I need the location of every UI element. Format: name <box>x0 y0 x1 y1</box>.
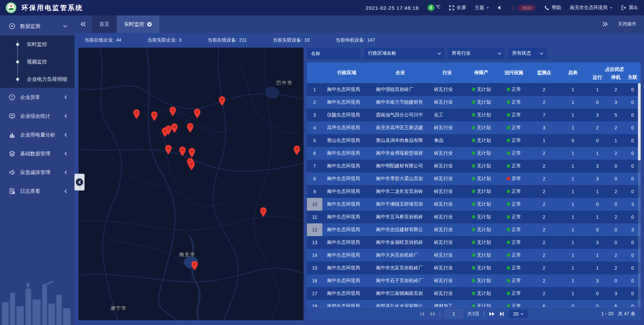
status-filter-select[interactable]: 所有状态 <box>508 48 547 59</box>
stats-icon <box>9 113 15 119</box>
map-pin-icon[interactable] <box>293 145 301 156</box>
cell-pollution-facility: 正常 <box>498 227 530 233</box>
map-pin-icon[interactable] <box>260 207 267 217</box>
user-dropdown[interactable]: 南充市生态环境局▼ <box>570 5 612 11</box>
first-page-button[interactable] <box>420 312 425 316</box>
table-row[interactable]: 11阆中生态环境局阆中市五马桥页岩机砖砖瓦行业无计划正常21120 <box>307 211 641 223</box>
map-pin-icon[interactable] <box>186 123 194 133</box>
status-dot-green <box>507 202 510 206</box>
sidebar-item-2[interactable]: 企业综合统计 <box>0 107 74 125</box>
cell-running: 3 <box>588 163 607 169</box>
sidebar-item-label: 基础数据管理 <box>20 151 50 157</box>
map-collapse-handle[interactable] <box>74 174 85 191</box>
close-operations-button[interactable]: 关闭操作 <box>618 21 637 27</box>
stat-label: 当前停机设备: <box>336 37 365 43</box>
row-index: 1 <box>307 83 322 96</box>
table-row[interactable]: 16阆中生态环境局阆中市石子页岩机砖厂砖瓦行业无计划正常21300 <box>307 274 641 287</box>
table-row[interactable]: 6阆中生态环境局阆中市金博瑞新型墙材砖瓦行业无计划正常21120 <box>307 147 641 160</box>
map-pin-icon[interactable] <box>179 146 186 157</box>
cell-company: 阆中大兴页岩机砖厂 <box>371 252 429 258</box>
prev-page-button[interactable] <box>429 312 435 316</box>
map-pin-icon[interactable] <box>191 261 198 271</box>
table-row[interactable]: 8阆中生态环境局阆中市枣碧大梁山页岩砖瓦行业无计划异常21300 <box>307 172 641 185</box>
region-filter-select[interactable]: 行政区域名称 <box>364 48 444 59</box>
close-tab-icon[interactable] <box>147 22 152 27</box>
table-row[interactable]: 13阆中生态环境局阆中市金福旺页岩机砖砖瓦行业无计划正常21300 <box>307 236 641 249</box>
exit-button[interactable]: 退出 <box>621 5 638 11</box>
table-row[interactable]: 3仪陇生态环境局西南油气田分公司川中化工无计划正常71350 <box>307 109 641 121</box>
cell-company: 南充市高坪区王家店建 <box>371 125 429 131</box>
help-button[interactable]: 帮助 <box>544 5 561 11</box>
mute-button[interactable] <box>498 5 502 10</box>
table-row[interactable]: 15阆中生态环境局阆中市光富页岩机砖厂砖瓦行业无计划正常21120 <box>307 262 641 274</box>
layers-icon <box>9 150 15 157</box>
table-row[interactable]: 9阆中生态环境局阆中市二龙长宝页岩砖砖瓦行业无计划正常21120 <box>307 185 641 198</box>
cell-production-limit: 无计划 <box>465 227 498 233</box>
table-row[interactable]: 1阆中生态环境局阆中强锐页岩砖厂砖瓦行业无计划正常21120 <box>307 83 641 96</box>
map-panel[interactable]: 巴中市南充市遂宁市 <box>78 48 304 320</box>
status-dot-green <box>472 266 475 270</box>
notification-area[interactable]: 2632 <box>511 5 536 11</box>
tab-realtime-monitor[interactable]: 实时监控 <box>117 15 159 33</box>
stat-item-4: 当前停机设备:147 <box>336 37 375 43</box>
cell-stopped: 1 <box>607 138 625 143</box>
table-row[interactable]: 7阆中生态环境局阆中明阳建材有限公司砖瓦行业无计划正常21300 <box>307 160 641 172</box>
map-pin-icon[interactable] <box>169 106 176 117</box>
sidebar-subitem-0[interactable]: 实时监控 <box>0 36 74 53</box>
chevron-left-icon <box>78 180 81 184</box>
map-pin-icon[interactable] <box>133 109 140 119</box>
sidebar-item-6[interactable]: 日志查看 <box>0 182 74 201</box>
map-pin-icon[interactable] <box>171 123 178 133</box>
cell-stopped: 2 <box>607 125 625 130</box>
tab-home[interactable]: 首页 <box>92 15 117 33</box>
cell-region: 阆中生态环境局 <box>322 201 371 207</box>
cell-production-limit: 无计划 <box>465 99 498 105</box>
map-pin-icon[interactable] <box>188 148 196 158</box>
name-filter-input[interactable] <box>307 48 361 59</box>
cell-monitor-points: 2 <box>530 87 558 92</box>
table-row[interactable]: 12阆中生态环境局阆中市忠信建材有限公砖瓦行业无计划正常21003 <box>307 223 641 236</box>
row-index: 3 <box>307 109 322 121</box>
stat-value: 44 <box>116 37 121 43</box>
cell-monitor-points: 2 <box>530 100 558 105</box>
map-pin-icon[interactable] <box>194 108 201 119</box>
sidebar-item-3[interactable]: 企业用电量分析 <box>0 125 74 144</box>
page-number-input[interactable] <box>445 310 463 318</box>
theme-dropdown[interactable]: 主题▼ <box>475 5 489 11</box>
row-index: 14 <box>307 249 322 262</box>
map-pin-icon[interactable] <box>161 127 169 138</box>
sidebar-subitem-2[interactable]: 企业电力负荷明细 <box>0 70 74 88</box>
scrollbar-thumb[interactable] <box>638 83 641 160</box>
map-pin-icon[interactable] <box>151 111 158 121</box>
city-label: 遂宁市 <box>110 305 126 312</box>
cell-pollution-facility: 正常 <box>498 188 530 195</box>
table-scrollbar[interactable] <box>638 83 641 307</box>
map-pin-icon[interactable] <box>218 96 226 106</box>
sidebar-item-0[interactable]: 数据监测 <box>0 17 74 36</box>
table-row[interactable]: 14阆中生态环境局阆中大兴页岩机砖厂砖瓦行业无计划正常21120 <box>307 249 641 262</box>
tabs-scroll-left-button[interactable] <box>74 15 92 33</box>
table-row[interactable]: 2阆中生态环境局阆中市南方节能建材有砖瓦行业无计划正常21030 <box>307 96 641 109</box>
table-row[interactable]: 18南部生态环境局南部县弘化水泥有限公建材加工无计划正常60060 <box>307 300 641 307</box>
cell-stopped: 3 <box>607 100 625 105</box>
table-row[interactable]: 4高坪生态环境局南充市高坪区王家店建砖瓦行业无计划正常31220 <box>307 121 641 134</box>
table-row[interactable]: 17阆中生态环境局阆中市江南镇阆南页岩砖瓦行业无计划正常21030 <box>307 287 641 300</box>
last-page-button[interactable] <box>499 312 504 316</box>
sidebar-item-1[interactable]: 企业异常 <box>0 88 74 107</box>
sidebar-item-5[interactable]: 应急减排管理 <box>0 163 74 182</box>
next-page-button[interactable] <box>489 312 495 316</box>
cell-industry: 建材加工 <box>429 303 465 307</box>
industry-filter-select[interactable]: 所有行业 <box>448 48 505 59</box>
double-chevron-right-icon[interactable] <box>602 22 608 26</box>
fullscreen-button[interactable]: 全屏 <box>449 5 466 11</box>
table-row[interactable]: 5营山生态环境局营山县润丰肉食品有限食品无计划正常10010 <box>307 134 641 147</box>
sidebar-item-4[interactable]: 基础数据管理 <box>0 144 74 163</box>
gauge-icon <box>9 23 15 30</box>
map-pin-icon[interactable] <box>165 145 172 155</box>
cell-pollution-facility: 正常 <box>498 290 530 296</box>
sidebar-subitem-1[interactable]: 视频监控 <box>0 53 74 70</box>
column-header-3: 行业 <box>429 62 465 83</box>
table-row[interactable]: 10阆中生态环境局阆中千佛镇五郎垭页岩砖瓦行业无计划正常21003 <box>307 198 641 211</box>
map-pin-icon[interactable] <box>188 160 195 171</box>
page-size-select[interactable]: 20 <box>509 310 528 318</box>
